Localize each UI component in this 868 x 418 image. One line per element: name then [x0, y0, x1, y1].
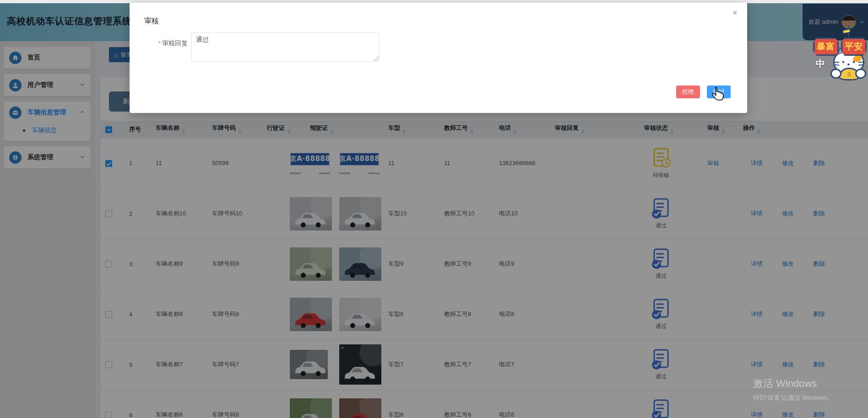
sticker-knot	[842, 29, 851, 34]
dialog-title: 审核	[144, 16, 159, 26]
textarea-resize-handle[interactable]	[374, 56, 379, 61]
reply-field-label: *审核回复	[130, 39, 188, 48]
required-mark: *	[158, 40, 161, 47]
plaque-badge: 暴富	[813, 38, 839, 56]
reply-textarea[interactable]: 通过	[191, 32, 380, 62]
mascot-sticker: 暴富 平安 S	[811, 26, 868, 85]
plaque-badge: 平安	[841, 38, 867, 56]
cat-paw	[830, 69, 841, 79]
app-screen: 高校机动车认证信息管理系统的设计与 欢迎 admin 首页 用户管理 车辆信息管…	[0, 0, 868, 418]
review-dialog: 审核 × *审核回复 通过 拒绝 通过	[130, 3, 747, 113]
approve-button[interactable]: 通过	[707, 86, 731, 98]
reject-button[interactable]: 拒绝	[676, 86, 700, 98]
close-icon[interactable]: ×	[729, 8, 740, 18]
windows-watermark: 激活 Windows 转到“设置”以激活 Windows。	[753, 377, 834, 402]
ime-indicator: 中	[816, 58, 825, 70]
cat-paw	[855, 69, 866, 79]
